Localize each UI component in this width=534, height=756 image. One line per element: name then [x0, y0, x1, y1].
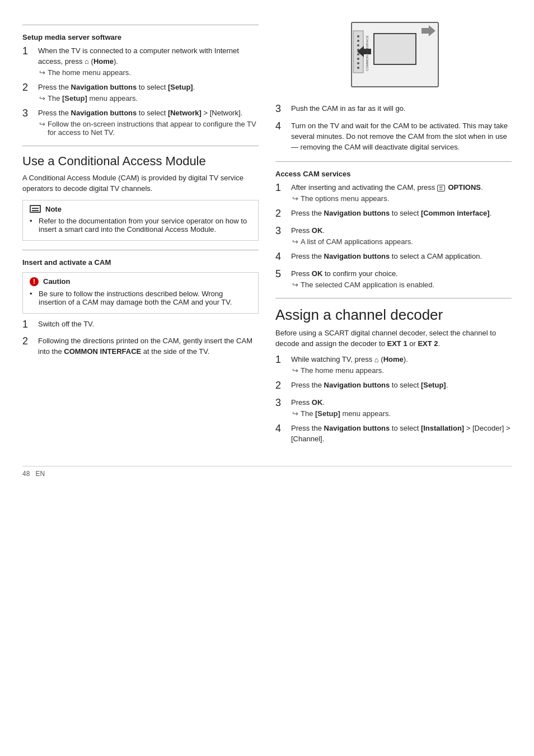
- page-lang: EN: [35, 470, 45, 478]
- note-header: Note: [30, 205, 251, 213]
- svg-point-4: [357, 44, 359, 46]
- result-text: The home menu appears.: [48, 68, 131, 77]
- note-text: Refer to the documentation from your ser…: [39, 217, 251, 234]
- note-icon: [30, 205, 41, 213]
- assign-step-2: 2 Press the Navigation buttons to select…: [275, 380, 512, 392]
- step-number: 3: [275, 104, 288, 115]
- step-number: 4: [275, 251, 288, 263]
- step-text: Press OK.: [291, 398, 512, 408]
- cam-diagram: COMMON INTERFACE: [275, 17, 512, 97]
- step-result: ↪ Follow the on-screen instructions that…: [39, 120, 259, 137]
- insert-title: Insert and activate a CAM: [22, 258, 259, 267]
- svg-point-9: [357, 67, 359, 69]
- home-icon: ⌂: [85, 57, 89, 67]
- step-text: Press the Navigation buttons to select […: [38, 108, 259, 119]
- result-text: Follow the on-screen instructions that a…: [48, 120, 259, 137]
- step-text: Press the Navigation buttons to select […: [38, 82, 259, 93]
- step-text: Following the directions printed on the …: [38, 336, 259, 357]
- result-text: The options menu appears.: [301, 194, 389, 203]
- result-text: The selected CAM application is enabled.: [301, 281, 434, 289]
- step-text: Press the Navigation buttons to select […: [291, 208, 512, 219]
- step-number: 1: [22, 46, 35, 57]
- options-icon: ☰: [437, 185, 445, 192]
- step-text: Press OK to confirm your choice.: [291, 269, 512, 279]
- result-text: A list of CAM applications appears.: [301, 237, 413, 246]
- note-label: Note: [45, 205, 62, 213]
- arrow-symbol: ↪: [292, 281, 298, 289]
- step-number: 3: [275, 226, 288, 237]
- cam-step-3: 3 Push the CAM in as far as it will go.: [275, 104, 512, 115]
- setup-step-1: 1 When the TV is connected to a computer…: [22, 46, 259, 77]
- step-number: 4: [275, 121, 288, 132]
- arrow-symbol: ↪: [292, 409, 298, 418]
- caution-text: Be sure to follow the instructions descr…: [39, 290, 251, 306]
- assign-step-4: 4 Press the Navigation buttons to select…: [275, 423, 512, 446]
- svg-point-3: [357, 40, 359, 42]
- step-number: 2: [22, 82, 35, 94]
- bullet-dot: •: [30, 217, 35, 225]
- step-text: While watching TV, press ⌂ (Home).: [291, 354, 512, 365]
- svg-point-7: [357, 58, 359, 60]
- setup-step-2: 2 Press the Navigation buttons to select…: [22, 82, 259, 102]
- assign-step-1: 1 While watching TV, press ⌂ (Home). ↪ T…: [275, 354, 512, 375]
- step-number: 5: [275, 269, 288, 280]
- cam-section-title: Use a Conditional Access Module: [22, 154, 259, 169]
- step-result: ↪ A list of CAM applications appears.: [292, 237, 512, 246]
- result-text: The [Setup] menu appears.: [48, 94, 138, 102]
- step-number: 1: [275, 183, 288, 194]
- step-result: ↪ The [Setup] menu appears.: [292, 409, 512, 418]
- insert-step-1: 1 Switch off the TV.: [22, 319, 259, 331]
- step-result: ↪ The home menu appears.: [292, 366, 512, 375]
- step-number: 3: [22, 108, 35, 119]
- home-icon: ⌂: [374, 355, 379, 366]
- svg-point-2: [357, 35, 359, 38]
- page-footer: 48 EN: [22, 466, 512, 478]
- step-text: Press the Navigation buttons to select […: [291, 380, 512, 391]
- access-cam-title: Access CAM services: [275, 170, 512, 178]
- caution-icon: !: [30, 277, 39, 286]
- access-step-4: 4 Press the Navigation buttons to select…: [275, 251, 512, 263]
- step-result: ↪ The options menu appears.: [292, 194, 512, 203]
- step-result: ↪ The home menu appears.: [39, 68, 259, 77]
- step-text: Push the CAM in as far as it will go.: [291, 104, 512, 114]
- result-text: The [Setup] menu appears.: [301, 409, 391, 418]
- bullet-dot: •: [30, 290, 35, 298]
- step-number: 3: [275, 398, 288, 409]
- access-step-2: 2 Press the Navigation buttons to select…: [275, 208, 512, 220]
- arrow-symbol: ↪: [292, 366, 298, 375]
- access-step-3: 3 Press OK. ↪ A list of CAM applications…: [275, 226, 512, 246]
- cam-step-4: 4 Turn on the TV and wait for the CAM to…: [275, 121, 512, 154]
- arrow-symbol: ↪: [39, 94, 45, 102]
- step-text: Press the Navigation buttons to select a…: [291, 251, 512, 262]
- step-number: 2: [275, 380, 288, 391]
- result-text: The home menu appears.: [301, 366, 384, 375]
- arrow-symbol: ↪: [292, 237, 298, 246]
- svg-point-6: [357, 53, 359, 55]
- step-text: Press the Navigation buttons to select […: [291, 423, 512, 445]
- step-number: 1: [275, 354, 288, 366]
- step-text: After inserting and activating the CAM, …: [291, 183, 512, 193]
- step-number: 2: [275, 208, 288, 220]
- svg-text:COMMON INTERFACE: COMMON INTERFACE: [366, 35, 369, 71]
- assign-section-title: Assign a channel decoder: [275, 306, 512, 324]
- assign-intro: Before using a SCART digital channel dec…: [275, 328, 512, 349]
- access-step-1: 1 After inserting and activating the CAM…: [275, 183, 512, 203]
- step-result: ↪ The [Setup] menu appears.: [39, 94, 259, 102]
- cam-diagram-svg: COMMON INTERFACE: [338, 17, 449, 95]
- caution-label: Caution: [43, 277, 70, 286]
- note-box: Note • Refer to the documentation from y…: [22, 200, 259, 241]
- note-bullet: • Refer to the documentation from your s…: [30, 217, 251, 234]
- access-step-5: 5 Press OK to confirm your choice. ↪ The…: [275, 269, 512, 289]
- step-number: 1: [22, 319, 35, 330]
- svg-point-8: [357, 62, 359, 64]
- step-text: Turn on the TV and wait for the CAM to b…: [291, 121, 512, 153]
- step-number: 2: [22, 336, 35, 347]
- setup-step-3: 3 Press the Navigation buttons to select…: [22, 108, 259, 137]
- step-text: When the TV is connected to a computer n…: [38, 46, 259, 67]
- step-text: Press OK.: [291, 226, 512, 236]
- step-number: 4: [275, 423, 288, 435]
- svg-rect-10: [374, 34, 416, 64]
- step-text: Switch off the TV.: [38, 319, 259, 330]
- arrow-symbol: ↪: [292, 194, 298, 203]
- insert-step-2: 2 Following the directions printed on th…: [22, 336, 259, 358]
